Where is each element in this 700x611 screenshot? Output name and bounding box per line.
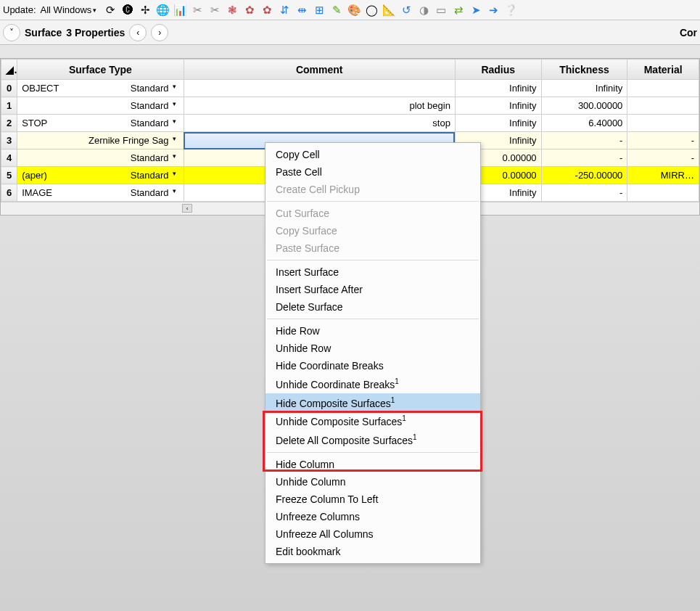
- row-header[interactable]: 3: [1, 132, 17, 149]
- chevron-down-icon[interactable]: ▾: [170, 187, 179, 198]
- menu-item-copy-cell[interactable]: Copy Cell: [265, 146, 480, 163]
- paste-icon[interactable]: ❃: [224, 2, 240, 18]
- surface-type-cell[interactable]: IMAGEStandard▾: [17, 184, 184, 202]
- grid-icon[interactable]: ⊞: [311, 2, 327, 18]
- palette-icon[interactable]: 🎨: [346, 2, 362, 18]
- surface-type-cell[interactable]: Standard▾: [17, 97, 184, 115]
- chevron-down-icon[interactable]: ▾: [170, 100, 179, 111]
- menu-item-hide-column[interactable]: Hide Column: [265, 456, 480, 473]
- split-h-icon[interactable]: ⇹: [294, 2, 310, 18]
- menu-item-hide-composite-surfaces[interactable]: Hide Composite Surfaces1: [265, 393, 480, 412]
- surface-name: Standard: [68, 187, 170, 198]
- wand-icon[interactable]: ✎: [329, 2, 345, 18]
- row-header[interactable]: 5: [1, 167, 17, 184]
- ring-icon[interactable]: ◯: [363, 2, 379, 18]
- next-button[interactable]: ›: [151, 24, 168, 41]
- update-dropdown[interactable]: All Windows ▾: [38, 4, 100, 16]
- toggle-icon[interactable]: ◑: [416, 2, 432, 18]
- menu-item-insert-surface-after[interactable]: Insert Surface After: [265, 281, 480, 298]
- gear-b-icon[interactable]: ✿: [259, 2, 275, 18]
- help-icon[interactable]: ❔: [503, 2, 519, 18]
- loop-icon[interactable]: ↺: [398, 2, 414, 18]
- menu-item-hide-coordinate-breaks[interactable]: Hide Coordinate Breaks: [265, 357, 480, 374]
- material-cell[interactable]: [627, 80, 699, 97]
- chevron-down-icon[interactable]: ▾: [170, 135, 179, 146]
- radius-cell[interactable]: Infinity: [455, 80, 541, 97]
- thickness-cell[interactable]: -: [541, 149, 627, 167]
- col-material[interactable]: Material: [627, 60, 699, 80]
- chevron-down-icon[interactable]: ▾: [170, 83, 179, 94]
- menu-item-insert-surface[interactable]: Insert Surface: [265, 263, 480, 281]
- menu-item-unfreeze-all-columns[interactable]: Unfreeze All Columns: [265, 525, 480, 543]
- move-icon[interactable]: ✢: [137, 2, 153, 18]
- collapse-button[interactable]: ˅: [3, 24, 20, 41]
- menu-item-freeze-column-to-left[interactable]: Freeze Column To Left: [265, 491, 480, 508]
- thickness-cell[interactable]: Infinity: [541, 80, 627, 97]
- thickness-cell[interactable]: -250.00000: [541, 167, 627, 184]
- comment-cell[interactable]: stop: [184, 115, 455, 132]
- thickness-cell[interactable]: -: [541, 132, 627, 149]
- surface-label: [22, 135, 68, 146]
- col-surface-type[interactable]: Surface Type: [17, 60, 184, 80]
- corner-cell[interactable]: ◢: [1, 60, 17, 80]
- col-radius[interactable]: Radius: [455, 60, 541, 80]
- step-right-icon[interactable]: ➤: [468, 2, 484, 18]
- material-cell[interactable]: -: [627, 149, 699, 167]
- comment-cell[interactable]: [184, 80, 455, 97]
- row-header[interactable]: 0: [1, 80, 17, 97]
- menu-item-create-cell-pickup: Create Cell Pickup: [265, 181, 480, 198]
- surface-type-cell[interactable]: Standard▾: [17, 149, 184, 167]
- material-cell[interactable]: [627, 97, 699, 115]
- scroll-thumb[interactable]: ‹: [182, 204, 192, 213]
- col-thickness[interactable]: Thickness: [541, 60, 627, 80]
- thickness-cell[interactable]: -: [541, 184, 627, 202]
- gear-a-icon[interactable]: ✿: [242, 2, 258, 18]
- swap-icon[interactable]: ⇄: [450, 2, 466, 18]
- globe-icon[interactable]: 🌐: [155, 2, 170, 18]
- radius-cell[interactable]: Infinity: [455, 115, 541, 132]
- refresh-icon[interactable]: ⟳: [102, 2, 118, 18]
- material-cell[interactable]: MIRR…: [627, 167, 699, 184]
- menu-item-paste-cell[interactable]: Paste Cell: [265, 163, 480, 181]
- chevron-down-icon[interactable]: ▾: [170, 170, 179, 181]
- material-cell[interactable]: [627, 115, 699, 132]
- material-cell[interactable]: -: [627, 132, 699, 149]
- surface-type-cell[interactable]: Zernike Fringe Sag▾: [17, 132, 184, 149]
- cut-h-icon[interactable]: ✂: [207, 2, 223, 18]
- surface-label: (aper): [22, 170, 68, 181]
- row-header[interactable]: 2: [1, 115, 17, 132]
- menu-item-unhide-row[interactable]: Unhide Row: [265, 340, 480, 357]
- row-header[interactable]: 6: [1, 184, 17, 202]
- chevron-down-icon[interactable]: ▾: [170, 152, 179, 163]
- menu-item-unfreeze-columns[interactable]: Unfreeze Columns: [265, 508, 480, 525]
- chart-icon[interactable]: 📊: [172, 2, 188, 18]
- refresh-all-icon[interactable]: 🅒: [120, 2, 136, 18]
- doc-icon[interactable]: ▭: [433, 2, 449, 18]
- cut-v-icon[interactable]: ✂: [189, 2, 205, 18]
- surface-label: [22, 152, 68, 163]
- col-comment[interactable]: Comment: [184, 60, 455, 80]
- menu-item-unhide-column[interactable]: Unhide Column: [265, 473, 480, 491]
- surface-type-cell[interactable]: OBJECTStandard▾: [17, 80, 184, 97]
- material-cell[interactable]: [627, 184, 699, 202]
- slope-icon[interactable]: 📐: [381, 2, 397, 18]
- arrow-right-icon[interactable]: ➔: [485, 2, 501, 18]
- thickness-cell[interactable]: 300.00000: [541, 97, 627, 115]
- menu-item-unhide-coordinate-breaks[interactable]: Unhide Coordinate Breaks1: [265, 374, 480, 393]
- thickness-cell[interactable]: 6.40000: [541, 115, 627, 132]
- surface-type-cell[interactable]: STOPStandard▾: [17, 115, 184, 132]
- table-row: 2STOPStandard▾stopInfinity6.40000: [1, 115, 699, 132]
- menu-item-unhide-composite-surfaces[interactable]: Unhide Composite Surfaces1: [265, 411, 480, 430]
- row-header[interactable]: 1: [1, 97, 17, 115]
- menu-item-delete-surface[interactable]: Delete Surface: [265, 298, 480, 316]
- radius-cell[interactable]: Infinity: [455, 97, 541, 115]
- prev-button[interactable]: ‹: [129, 24, 147, 41]
- menu-item-delete-all-composite-surfaces[interactable]: Delete All Composite Surfaces1: [265, 430, 480, 449]
- surface-type-cell[interactable]: (aper)Standard▾: [17, 167, 184, 184]
- align-v-icon[interactable]: ⇵: [276, 2, 292, 18]
- menu-item-hide-row[interactable]: Hide Row: [265, 322, 480, 340]
- menu-item-edit-bookmark[interactable]: Edit bookmark: [265, 543, 480, 560]
- row-header[interactable]: 4: [1, 149, 17, 167]
- chevron-down-icon[interactable]: ▾: [170, 118, 179, 128]
- comment-cell[interactable]: plot begin: [184, 97, 455, 115]
